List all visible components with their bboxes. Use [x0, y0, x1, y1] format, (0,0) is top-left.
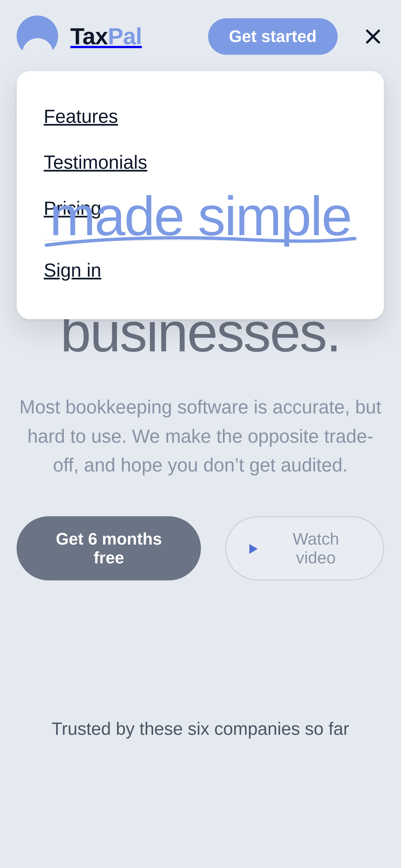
- cta-watch-video-label: Watch video: [271, 530, 361, 567]
- trust-heading: Trusted by these six companies so far: [0, 719, 401, 739]
- cta-free-months-button[interactable]: Get 6 months free: [17, 516, 201, 581]
- hero-subhead: Most bookkeeping software is accurate, b…: [18, 392, 383, 480]
- brand-wordmark: TaxPal: [70, 23, 142, 50]
- hero-headline-highlight: made simple: [50, 187, 351, 245]
- scribble-underline-icon: [43, 235, 357, 250]
- brand-link[interactable]: TaxPal: [17, 16, 142, 57]
- nav-item-signin[interactable]: Sign in: [44, 247, 357, 293]
- nav-close-button[interactable]: [362, 25, 384, 48]
- logo-mark-icon: [17, 16, 58, 57]
- header-actions: Get started: [208, 18, 384, 55]
- close-icon: [364, 27, 382, 45]
- nav-item-testimonials[interactable]: Testimonials: [44, 140, 357, 185]
- play-icon: [249, 539, 259, 558]
- hero-cta-row: Get 6 months free Watch video: [17, 516, 384, 581]
- cta-watch-video-button[interactable]: Watch video: [225, 516, 384, 581]
- nav-item-features[interactable]: Features: [44, 94, 357, 140]
- get-started-button[interactable]: Get started: [208, 18, 338, 55]
- site-header: TaxPal Get started: [0, 0, 401, 68]
